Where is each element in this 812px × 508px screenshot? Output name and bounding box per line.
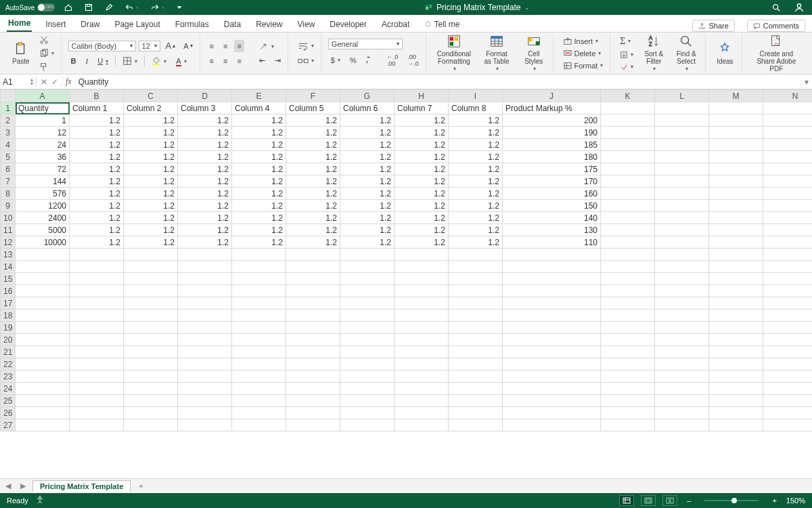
cell-A18[interactable] xyxy=(16,310,70,322)
cell-E12[interactable]: 1.2 xyxy=(232,236,286,249)
cell-H8[interactable]: 1.2 xyxy=(394,188,449,200)
title-dropdown-icon[interactable]: ⌄ xyxy=(524,4,530,11)
cell-A20[interactable] xyxy=(16,334,70,346)
cell-K27[interactable] xyxy=(601,419,655,431)
clear-icon[interactable] xyxy=(617,62,636,72)
cell-B27[interactable] xyxy=(70,419,124,431)
cell-A8[interactable]: 576 xyxy=(16,188,70,200)
cell-A24[interactable] xyxy=(16,383,70,395)
cell-C18[interactable] xyxy=(124,310,178,322)
find-select-button[interactable]: Find & Select xyxy=(671,33,701,74)
percent-format-icon[interactable]: % xyxy=(347,52,359,68)
number-format-select[interactable]: General▾ xyxy=(328,39,403,49)
cell-M3[interactable] xyxy=(709,127,763,139)
cell-B10[interactable]: 1.2 xyxy=(70,212,124,224)
fx-icon[interactable]: fx xyxy=(63,77,74,87)
row-header-9[interactable]: 9 xyxy=(1,200,16,212)
ideas-button[interactable]: Ideas xyxy=(713,40,737,66)
edit-icon[interactable] xyxy=(102,2,116,13)
cell-B23[interactable] xyxy=(70,371,124,383)
font-name-select[interactable]: Calibri (Body)▾ xyxy=(68,41,136,51)
underline-button[interactable]: U xyxy=(95,56,111,66)
cell-D4[interactable]: 1.2 xyxy=(178,139,232,151)
cell-N17[interactable] xyxy=(763,297,813,310)
row-header-2[interactable]: 2 xyxy=(1,114,16,127)
cell-K1[interactable] xyxy=(601,102,655,114)
cell-B8[interactable]: 1.2 xyxy=(70,188,124,200)
cell-M17[interactable] xyxy=(709,297,763,310)
sort-filter-button[interactable]: AZ Sort & Filter xyxy=(639,33,669,74)
cell-C1[interactable]: Column 2 xyxy=(124,102,178,114)
cell-A1[interactable]: Quantity xyxy=(16,102,70,114)
cell-I1[interactable]: Column 8 xyxy=(449,102,503,114)
cell-B3[interactable]: 1.2 xyxy=(70,127,124,139)
cell-F5[interactable]: 1.2 xyxy=(286,151,340,163)
cell-F6[interactable]: 1.2 xyxy=(286,163,340,175)
cell-K3[interactable] xyxy=(601,127,655,139)
cell-H27[interactable] xyxy=(394,419,449,431)
cell-M14[interactable] xyxy=(709,261,763,273)
cell-N4[interactable] xyxy=(763,139,813,151)
cell-J25[interactable] xyxy=(503,395,601,407)
sheet-nav-prev[interactable]: ◀ xyxy=(3,482,14,490)
cell-L27[interactable] xyxy=(655,419,709,431)
home-icon[interactable] xyxy=(62,2,75,13)
cell-G21[interactable] xyxy=(340,346,394,358)
cell-K12[interactable] xyxy=(601,236,655,249)
increase-decimal-icon[interactable]: ←.0.00 xyxy=(384,52,401,68)
cell-H20[interactable] xyxy=(394,334,449,346)
tab-developer[interactable]: Developer xyxy=(328,17,368,32)
cell-K4[interactable] xyxy=(601,139,655,151)
cell-I4[interactable]: 1.2 xyxy=(449,139,503,151)
cell-G2[interactable]: 1.2 xyxy=(340,114,394,127)
row-header-25[interactable]: 25 xyxy=(1,395,16,407)
row-header-3[interactable]: 3 xyxy=(1,127,16,139)
cell-C21[interactable] xyxy=(124,346,178,358)
insert-cells-button[interactable]: Insert xyxy=(560,36,601,47)
cell-D22[interactable] xyxy=(178,358,232,371)
cell-D27[interactable] xyxy=(178,419,232,431)
cell-C5[interactable]: 1.2 xyxy=(124,151,178,163)
account-icon[interactable] xyxy=(792,1,807,14)
row-header-15[interactable]: 15 xyxy=(1,273,16,285)
row-header-16[interactable]: 16 xyxy=(1,285,16,297)
cell-M25[interactable] xyxy=(709,395,763,407)
cell-B9[interactable]: 1.2 xyxy=(70,200,124,212)
cell-N6[interactable] xyxy=(763,163,813,175)
cell-styles-button[interactable]: Cell Styles xyxy=(518,33,549,74)
cell-J3[interactable]: 190 xyxy=(503,127,601,139)
cell-N19[interactable] xyxy=(763,322,813,334)
cell-H5[interactable]: 1.2 xyxy=(394,151,449,163)
cell-I5[interactable]: 1.2 xyxy=(449,151,503,163)
row-header-5[interactable]: 5 xyxy=(1,151,16,163)
autosave-switch-off[interactable] xyxy=(37,3,55,12)
cell-F18[interactable] xyxy=(286,310,340,322)
cell-G17[interactable] xyxy=(340,297,394,310)
cell-E6[interactable]: 1.2 xyxy=(232,163,286,175)
paste-button[interactable]: Paste xyxy=(8,40,34,66)
cell-J14[interactable] xyxy=(503,261,601,273)
cell-F24[interactable] xyxy=(286,383,340,395)
row-header-23[interactable]: 23 xyxy=(1,371,16,383)
cell-B6[interactable]: 1.2 xyxy=(70,163,124,175)
cell-C13[interactable] xyxy=(124,249,178,261)
cell-K11[interactable] xyxy=(601,224,655,236)
cell-N14[interactable] xyxy=(763,261,813,273)
cell-E8[interactable]: 1.2 xyxy=(232,188,286,200)
cell-C9[interactable]: 1.2 xyxy=(124,200,178,212)
column-header-A[interactable]: A xyxy=(16,90,70,102)
borders-button[interactable] xyxy=(120,55,140,67)
cell-C22[interactable] xyxy=(124,358,178,371)
cell-G5[interactable]: 1.2 xyxy=(340,151,394,163)
cell-D9[interactable]: 1.2 xyxy=(178,200,232,212)
cell-J18[interactable] xyxy=(503,310,601,322)
tab-data[interactable]: Data xyxy=(223,17,242,32)
cell-I15[interactable] xyxy=(449,273,503,285)
cell-A26[interactable] xyxy=(16,407,70,419)
cell-L11[interactable] xyxy=(655,224,709,236)
cell-J22[interactable] xyxy=(503,358,601,371)
cell-L23[interactable] xyxy=(655,371,709,383)
decrease-decimal-icon[interactable]: .00→.0 xyxy=(405,52,422,68)
cell-M23[interactable] xyxy=(709,371,763,383)
cell-I6[interactable]: 1.2 xyxy=(449,163,503,175)
